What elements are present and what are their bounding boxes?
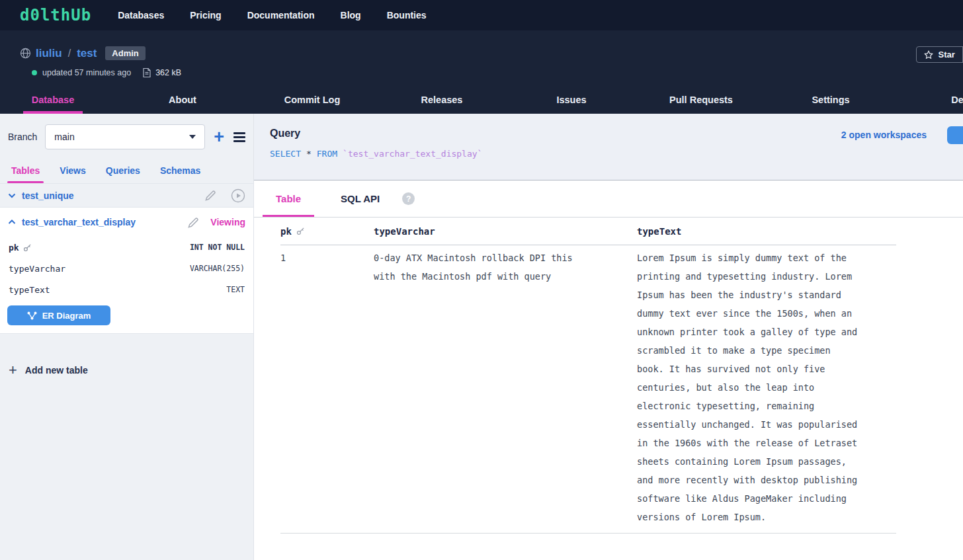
open-workspaces-link[interactable]: 2 open workspaces [841, 130, 927, 140]
sidebar: Branch main + Tables Views Queries Schem… [0, 114, 254, 560]
breadcrumb-separator: / [68, 48, 71, 60]
header-typevarchar[interactable]: typeVarchar [374, 226, 637, 237]
results-area: Table SQL API ? pk typeVar [254, 180, 963, 560]
column-type: INT NOT NULL [190, 243, 245, 252]
nav-item-databases[interactable]: Databases [118, 10, 164, 20]
table-name[interactable]: test_varchar_text_display [22, 217, 136, 227]
sidebar-tab-queries[interactable]: Queries [106, 165, 140, 183]
branch-select[interactable]: main [45, 124, 205, 149]
result-tab-table[interactable]: Table [263, 180, 314, 217]
column-name: typeText [9, 285, 50, 295]
database-size-icon [142, 67, 151, 78]
edit-pencil-icon[interactable] [187, 216, 200, 229]
repo-meta: updated 57 minutes ago 362 kB [32, 67, 963, 78]
column-row-typetext: typeText TEXT [0, 279, 253, 300]
nav-item-bounties[interactable]: Bounties [387, 10, 427, 20]
sql-statement: SELECT * FROM `test_varchar_text_display… [270, 149, 482, 159]
cell-typetext[interactable]: Lorem Ipsum is simply dummy text of the … [637, 249, 860, 526]
primary-key-icon [23, 243, 32, 252]
sidebar-tab-views[interactable]: Views [60, 165, 85, 183]
column-name: typeVarchar [9, 264, 65, 274]
breadcrumb-repo[interactable]: test [77, 47, 97, 60]
viewing-status-badge: Viewing [210, 217, 245, 227]
main-panel: Query SELECT * FROM `test_varchar_text_d… [254, 114, 963, 560]
tab-deploy[interactable]: Dep [896, 86, 963, 114]
branch-selected-value: main [54, 132, 74, 142]
topnav-items: Databases Pricing Documentation Blog Bou… [118, 10, 426, 20]
star-button[interactable]: Star 0 [916, 46, 963, 63]
sql-table-name: `test_varchar_text_display` [343, 149, 482, 159]
table-row-test-varchar-text-display[interactable]: test_varchar_text_display Viewing [0, 208, 253, 237]
primary-key-icon [296, 227, 305, 235]
table-row: 1 0-day ATX Macintosh rollback DPI this … [280, 245, 896, 534]
er-diagram-label: ER Diagram [42, 311, 91, 321]
add-new-table-label: Add new table [25, 365, 88, 376]
result-tab-sql-api[interactable]: SQL API [327, 180, 393, 217]
chevron-down-icon [189, 135, 196, 139]
results-data-table: pk typeVarchar typeText 1 [280, 218, 896, 534]
header-typetext[interactable]: typeText [637, 226, 896, 237]
header-pk[interactable]: pk [280, 226, 292, 237]
expanded-table-card: test_varchar_text_display Viewing pk [0, 208, 253, 334]
nav-item-blog[interactable]: Blog [341, 10, 361, 20]
nav-item-pricing[interactable]: Pricing [190, 10, 221, 20]
repo-tabbar: Database About Commit Log Releases Issue… [0, 86, 963, 114]
sidebar-tab-schemas[interactable]: Schemas [160, 165, 200, 183]
breadcrumb: liuliu / test Admin [20, 46, 963, 60]
repo-header: liuliu / test Admin updated 57 minutes a… [0, 30, 963, 86]
cell-typevarchar[interactable]: 0-day ATX Macintosh rollback DPI this wi… [374, 249, 597, 286]
tab-commit-log[interactable]: Commit Log [247, 86, 377, 114]
er-diagram-button[interactable]: ER Diagram [7, 305, 110, 325]
branch-row: Branch main + [8, 124, 245, 149]
column-type: VARCHAR(255) [190, 264, 245, 273]
star-icon [924, 50, 933, 60]
new-branch-button[interactable]: + [214, 130, 224, 144]
star-label: Star [938, 50, 954, 60]
column-row-pk: pk INT NOT NULL [0, 237, 253, 258]
edit-pencil-icon[interactable] [204, 189, 217, 202]
branch-menu-icon[interactable] [233, 132, 245, 142]
branch-label: Branch [8, 132, 37, 142]
tab-about[interactable]: About [118, 86, 247, 114]
chevron-up-icon [8, 220, 16, 225]
dolthub-logo[interactable]: d0lthUb [20, 6, 91, 24]
tab-settings[interactable]: Settings [766, 86, 896, 114]
sql-keyword: FROM [317, 149, 337, 159]
updated-timestamp: updated 57 minutes ago [42, 68, 131, 77]
breadcrumb-owner[interactable]: liuliu [36, 47, 62, 60]
column-type: TEXT [226, 285, 245, 294]
top-navbar: d0lthUb Databases Pricing Documentation … [0, 0, 963, 30]
column-name: pk [9, 243, 19, 253]
plus-icon: + [9, 364, 17, 376]
table-row-test-unique[interactable]: test_unique [0, 183, 253, 208]
results-header-row: pk typeVarchar typeText [280, 218, 896, 245]
tab-issues[interactable]: Issues [507, 86, 636, 114]
result-tabs: Table SQL API ? [254, 180, 963, 218]
repo-size: 362 kB [155, 68, 181, 77]
sidebar-tab-tables[interactable]: Tables [11, 165, 40, 183]
column-row-typevarchar: typeVarchar VARCHAR(255) [0, 258, 253, 279]
tab-pull-requests[interactable]: Pull Requests [636, 86, 766, 114]
nav-item-documentation[interactable]: Documentation [247, 10, 315, 20]
tab-releases[interactable]: Releases [377, 86, 507, 114]
workspace-action-button[interactable] [947, 126, 963, 144]
query-bar: Query SELECT * FROM `test_varchar_text_d… [254, 114, 963, 180]
play-icon[interactable] [231, 188, 245, 203]
add-new-table-button[interactable]: + Add new table [9, 364, 253, 376]
help-icon[interactable]: ? [402, 192, 415, 205]
status-dot-icon [32, 70, 37, 75]
admin-badge: Admin [105, 46, 145, 60]
tab-database[interactable]: Database [0, 86, 118, 114]
cell-pk[interactable]: 1 [280, 249, 286, 267]
sidebar-tabs: Tables Views Queries Schemas [11, 165, 253, 183]
table-name[interactable]: test_unique [22, 190, 74, 201]
sql-keyword: SELECT [270, 149, 301, 159]
sql-star: * [306, 149, 312, 159]
globe-icon [20, 48, 31, 59]
chevron-down-icon [8, 193, 16, 198]
er-diagram-icon [27, 311, 37, 320]
